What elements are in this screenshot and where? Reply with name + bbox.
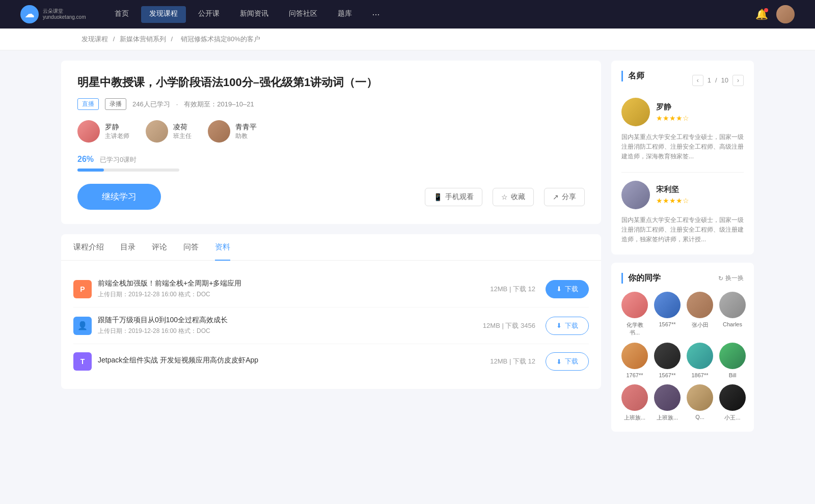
prev-page-btn[interactable]: ‹ bbox=[692, 75, 703, 86]
tab-review[interactable]: 评论 bbox=[152, 234, 167, 260]
tab-catalog[interactable]: 目录 bbox=[120, 234, 135, 260]
progress-bar-fill bbox=[77, 169, 104, 172]
classmate-5-avatar[interactable] bbox=[621, 343, 648, 369]
collect-label: 收藏 bbox=[511, 192, 525, 202]
resource-2-icon: 👤 bbox=[73, 317, 92, 335]
breadcrumb-link-discover[interactable]: 发现课程 bbox=[82, 35, 108, 43]
resource-2-download[interactable]: ⬇ 下载 bbox=[546, 317, 589, 335]
share-label: 分享 bbox=[562, 192, 576, 202]
classmate-4-avatar[interactable] bbox=[719, 292, 746, 318]
bell-icon[interactable]: 🔔 bbox=[755, 8, 768, 20]
tabs-nav: 课程介绍 目录 评论 问答 资料 bbox=[61, 234, 601, 261]
refresh-button[interactable]: ↻ 换一换 bbox=[718, 274, 744, 283]
course-title: 明星中教授课，小学阶段语法100分–强化级第1讲动词（一） bbox=[77, 75, 585, 90]
resource-3-info: Jetpack全组件实战 开发短视频应用高仿皮皮虾App bbox=[98, 356, 490, 367]
classmate-9-name: 上班族... bbox=[624, 414, 645, 422]
refresh-icon: ↻ bbox=[718, 275, 723, 282]
classmates-grid: 化学教书... 1567** 张小田 Charles 1767** bbox=[621, 292, 744, 422]
sidebar-teacher-1-name: 罗静 bbox=[656, 102, 744, 112]
classmate-5: 1767** bbox=[621, 343, 648, 378]
course-actions: 继续学习 📱 手机观看 ☆ 收藏 ↗ 分享 bbox=[77, 184, 585, 210]
sidebar-teacher-2-info: 宋利坚 ★★★★☆ bbox=[656, 185, 744, 205]
teacher-2-name: 凌荷 bbox=[173, 123, 192, 132]
classmate-6-name: 1567** bbox=[659, 372, 675, 378]
classmate-11: Q... bbox=[687, 384, 713, 422]
header-left: ☁ 云朵课堂 yunduoketang.com 首页 发现课程 公开课 新闻资讯… bbox=[20, 5, 388, 23]
download-icon-3: ⬇ bbox=[556, 358, 562, 366]
breadcrumb: 发现课程 / 新媒体营销系列 / 销冠修炼术搞定80%的客户 bbox=[0, 29, 815, 50]
teacher-3: 青青平 助教 bbox=[208, 120, 257, 143]
collect-button[interactable]: ☆ 收藏 bbox=[493, 188, 534, 206]
tab-qa[interactable]: 问答 bbox=[183, 234, 199, 260]
classmate-10-name: 上班族... bbox=[657, 414, 678, 422]
teacher-divider bbox=[621, 172, 744, 173]
sidebar-teacher-2: 宋利坚 ★★★★☆ 国内某重点大学安全工程专业硕士，国家一级注册消防工程师、注册… bbox=[621, 181, 744, 245]
resource-1-download[interactable]: ⬇ 下载 bbox=[546, 280, 589, 298]
classmate-4-name: Charles bbox=[723, 321, 742, 327]
logo-text: 云朵课堂 yunduoketang.com bbox=[43, 8, 86, 20]
sidebar-teacher-1-desc: 国内某重点大学安全工程专业硕士，国家一级注册消防工程师、注册安全工程师、高级注册… bbox=[621, 132, 744, 162]
nav-news[interactable]: 新闻资讯 bbox=[232, 6, 277, 23]
breadcrumb-current: 销冠修炼术搞定80%的客户 bbox=[181, 35, 260, 43]
classmate-3-avatar[interactable] bbox=[687, 292, 713, 318]
continue-button[interactable]: 继续学习 bbox=[77, 184, 161, 210]
nav-qa[interactable]: 问答社区 bbox=[281, 6, 325, 23]
classmate-8-avatar[interactable] bbox=[719, 343, 746, 369]
sidebar-teacher-2-desc: 国内某重点大学安全工程专业硕士，国家一级注册消防工程师、注册安全工程师、级注册建… bbox=[621, 215, 744, 245]
resource-3-icon: T bbox=[73, 352, 92, 371]
resource-2-name: 跟随千万级项目从0到100全过程高效成长 bbox=[98, 316, 483, 325]
classmate-1-avatar[interactable] bbox=[621, 292, 648, 318]
classmate-7-avatar[interactable] bbox=[687, 343, 713, 369]
classmate-2-avatar[interactable] bbox=[654, 292, 681, 318]
sidebar-teacher-2-stars: ★★★★☆ bbox=[656, 197, 744, 205]
classmate-11-avatar[interactable] bbox=[687, 384, 713, 411]
share-button[interactable]: ↗ 分享 bbox=[544, 188, 585, 206]
course-meta: 直播 录播 246人已学习 · 有效期至：2019–10–21 bbox=[77, 98, 585, 110]
tab-intro[interactable]: 课程介绍 bbox=[73, 234, 104, 260]
course-card: 明星中教授课，小学阶段语法100分–强化级第1讲动词（一） 直播 录播 246人… bbox=[61, 61, 601, 224]
progress-percent: 26% bbox=[77, 155, 94, 163]
resource-3-download[interactable]: ⬇ 下载 bbox=[546, 352, 589, 371]
classmate-9-avatar[interactable] bbox=[621, 384, 648, 411]
download-icon: ⬇ bbox=[556, 285, 562, 293]
share-icon: ↗ bbox=[553, 193, 559, 201]
nav-public[interactable]: 公开课 bbox=[190, 6, 228, 23]
next-page-btn[interactable]: › bbox=[732, 75, 744, 86]
user-avatar[interactable] bbox=[776, 5, 795, 23]
classmate-2-name: 1567** bbox=[659, 321, 675, 327]
badge-record: 录播 bbox=[105, 98, 126, 110]
tab-resources[interactable]: 资料 bbox=[215, 234, 230, 260]
classmate-12-avatar[interactable] bbox=[719, 384, 746, 411]
teacher-3-role: 助教 bbox=[235, 132, 257, 141]
main-nav: 首页 发现课程 公开课 新闻资讯 问答社区 题库 ··· bbox=[106, 6, 388, 23]
classmates-title: 你的同学 bbox=[621, 273, 661, 284]
classmate-3: 张小田 bbox=[687, 292, 713, 337]
sidebar-teacher-1-stars: ★★★★☆ bbox=[656, 114, 744, 122]
resource-1-info: 前端全栈加强版！前端全栈+全周期+多端应用 上传日期：2019-12-28 16… bbox=[98, 279, 490, 299]
resource-1-meta: 上传日期：2019-12-28 16:00 格式：DOC bbox=[98, 290, 490, 299]
teacher-3-name: 青青平 bbox=[235, 123, 257, 132]
classmates-header: 你的同学 ↻ 换一换 bbox=[621, 273, 744, 284]
nav-quiz[interactable]: 题库 bbox=[330, 6, 360, 23]
resource-2-stats: 12MB | 下载 3456 bbox=[483, 321, 535, 330]
nav-more[interactable]: ··· bbox=[364, 6, 388, 23]
badge-live: 直播 bbox=[77, 98, 99, 110]
nav-home[interactable]: 首页 bbox=[106, 6, 137, 23]
classmate-10-avatar[interactable] bbox=[654, 384, 681, 411]
teacher-1-role: 主讲老师 bbox=[105, 132, 129, 141]
breadcrumb-link-series[interactable]: 新媒体营销系列 bbox=[120, 35, 166, 43]
classmate-6-avatar[interactable] bbox=[654, 343, 681, 369]
classmate-7-name: 1867** bbox=[691, 372, 708, 378]
header-right: 🔔 bbox=[755, 5, 795, 23]
teachers-section: 罗静 主讲老师 凌荷 班主任 青青平 助教 bbox=[77, 120, 585, 143]
progress-bar-bg bbox=[77, 169, 179, 172]
logo[interactable]: ☁ 云朵课堂 yunduoketang.com bbox=[20, 5, 86, 23]
phone-watch-button[interactable]: 📱 手机观看 bbox=[425, 188, 482, 206]
teacher-1-avatar bbox=[77, 120, 100, 143]
nav-discover[interactable]: 发现课程 bbox=[141, 6, 186, 23]
classmate-8: Bill bbox=[719, 343, 746, 378]
sidebar: 名师 ‹ 1 / 10 › 罗静 ★★★★☆ 国内某重 bbox=[611, 61, 754, 440]
resource-1-icon: P bbox=[73, 280, 92, 298]
progress-section: 26% 已学习0课时 bbox=[77, 155, 585, 172]
tabs-card: 课程介绍 目录 评论 问答 资料 P 前端全栈加强版！前端全栈+全周期+多端应用… bbox=[61, 234, 601, 389]
